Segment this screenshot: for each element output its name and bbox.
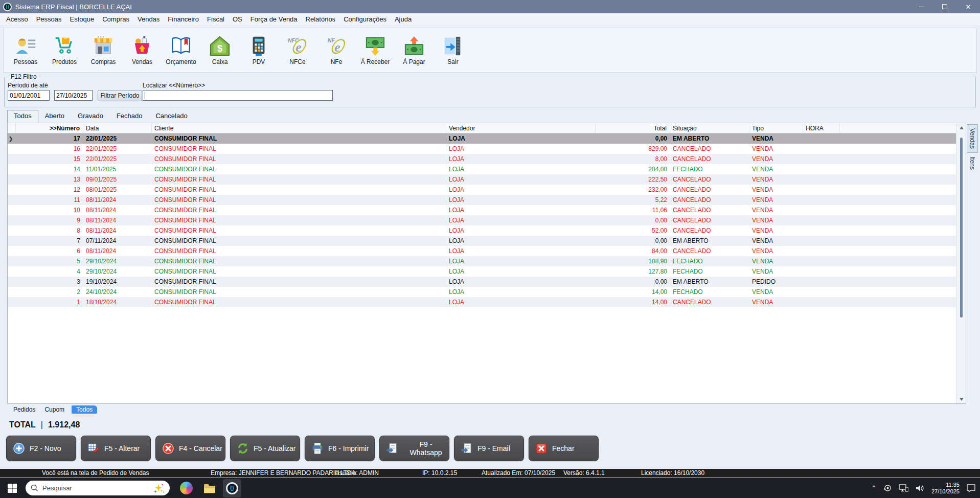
cell-total: 0,00 xyxy=(596,215,670,225)
search-number-input[interactable] xyxy=(143,90,333,101)
table-row[interactable]: 15 22/01/2025 CONSUMIDOR FINAL LOJA 8,00… xyxy=(8,154,966,164)
side-tab-vendas[interactable]: Vendas xyxy=(967,124,978,153)
date-to-input[interactable] xyxy=(54,90,93,101)
table-row[interactable]: 2 24/10/2024 CONSUMIDOR FINAL LOJA 14,00… xyxy=(8,287,966,297)
whatsapp-button[interactable]: F9 - Whatsapp xyxy=(379,436,449,461)
grid-header-tipo[interactable]: Tipo xyxy=(749,123,803,133)
menu-item-força-de-venda[interactable]: Força de Venda xyxy=(246,13,302,26)
status-tab-gravado[interactable]: Gravado xyxy=(71,110,110,123)
book-icon xyxy=(170,35,192,57)
toolbar-nfce[interactable]: NFC e NFCe xyxy=(281,35,314,65)
taskbar-explorer-button[interactable] xyxy=(202,481,217,495)
cancelar-button[interactable]: F4 - Cancelar xyxy=(155,436,225,461)
grid-header-data[interactable]: Data xyxy=(83,123,152,133)
imprimir-button[interactable]: F6 - Imprimir xyxy=(305,436,375,461)
toolbar-pdv[interactable]: PDV xyxy=(242,35,276,65)
menu-item-pessoas[interactable]: Pessoas xyxy=(32,13,66,26)
toolbar-a-receber[interactable]: Á Receber xyxy=(358,35,392,65)
toolbar-caixa[interactable]: $ Caixa xyxy=(203,35,237,65)
grid-header-hora[interactable]: HORA xyxy=(803,123,840,133)
row-indicator xyxy=(8,297,16,307)
taskbar-copilot-button[interactable] xyxy=(179,481,193,495)
fechar-button[interactable]: Fechar xyxy=(529,436,599,461)
toolbar-a-pagar[interactable]: Á Pagar xyxy=(397,35,431,65)
table-row[interactable]: 8 08/11/2024 CONSUMIDOR FINAL LOJA 52,00… xyxy=(8,225,966,236)
grid-header-numero[interactable]: >>Número xyxy=(16,123,83,133)
menu-item-relatórios[interactable]: Relatórios xyxy=(302,13,340,26)
menu-item-fiscal[interactable]: Fiscal xyxy=(203,13,229,26)
table-row[interactable]: 11 08/11/2024 CONSUMIDOR FINAL LOJA 5,22… xyxy=(8,195,966,205)
table-row[interactable]: 14 11/01/2025 CONSUMIDOR FINAL LOJA 204,… xyxy=(8,164,966,174)
table-row[interactable]: 16 22/01/2025 CONSUMIDOR FINAL LOJA 829,… xyxy=(8,144,966,154)
table-row[interactable]: ❯ 17 22/01/2025 CONSUMIDOR FINAL LOJA 0,… xyxy=(8,133,966,144)
grid-header-total[interactable]: Total xyxy=(596,123,670,133)
scroll-down-arrow[interactable] xyxy=(956,395,966,403)
menu-item-acesso[interactable]: Acesso xyxy=(2,13,32,26)
bottom-tab-pedidos[interactable]: Pedidos xyxy=(11,405,37,414)
scrollbar-thumb[interactable] xyxy=(960,138,963,318)
table-row[interactable]: 6 08/11/2024 CONSUMIDOR FINAL LOJA 84,00… xyxy=(8,246,966,256)
bottom-tab-todos[interactable]: Todos xyxy=(72,405,97,414)
scroll-up-arrow[interactable] xyxy=(956,123,966,132)
toolbar-compras[interactable]: Compras xyxy=(86,35,120,65)
tray-notifications-icon[interactable] xyxy=(966,484,976,493)
toolbar-nfe[interactable]: NF e NFe xyxy=(320,35,353,65)
grid-header-situacao[interactable]: Situação xyxy=(670,123,749,133)
table-row[interactable]: 3 19/10/2024 CONSUMIDOR FINAL LOJA 0,00 … xyxy=(8,277,966,287)
cell-data: 22/01/2025 xyxy=(83,154,152,164)
table-row[interactable]: 5 29/10/2024 CONSUMIDOR FINAL LOJA 108,9… xyxy=(8,256,966,266)
menu-item-estoque[interactable]: Estoque xyxy=(66,13,99,26)
side-tab-itens[interactable]: Itens xyxy=(967,153,977,173)
cart-icon xyxy=(54,35,75,57)
tray-record-icon[interactable] xyxy=(883,484,892,492)
status-tab-fechado[interactable]: Fechado xyxy=(110,110,149,123)
toolbar-produtos[interactable]: Produtos xyxy=(48,35,81,65)
bottom-tab-cupom[interactable]: Cupom xyxy=(42,405,66,414)
menu-item-os[interactable]: OS xyxy=(229,13,246,26)
table-row[interactable]: 12 08/01/2025 CONSUMIDOR FINAL LOJA 232,… xyxy=(8,185,966,195)
screen: {} Sistema ERP Fiscal | BORCELLE AÇAI ✕ … xyxy=(0,0,980,498)
tray-clock[interactable]: 11:35 27/10/2025 xyxy=(931,482,960,495)
novo-button[interactable]: F2 - Novo xyxy=(6,436,76,461)
table-row[interactable]: 9 08/11/2024 CONSUMIDOR FINAL LOJA 0,00 … xyxy=(8,215,966,225)
cell-tipo: VENDA xyxy=(749,195,803,205)
tray-overflow-chevron-icon[interactable]: ⌃ xyxy=(871,484,877,492)
toolbar-orcamento[interactable]: Orçamento xyxy=(164,35,198,65)
alterar-button[interactable]: F5 - Alterar xyxy=(81,436,151,461)
status-ip: IP: 10.0.2.15 xyxy=(422,469,457,477)
minimize-button[interactable] xyxy=(909,0,933,13)
toolbar-vendas[interactable]: Vendas xyxy=(125,35,159,65)
menu-item-configurações[interactable]: Configurações xyxy=(339,13,391,26)
table-row[interactable]: 13 09/01/2025 CONSUMIDOR FINAL LOJA 222,… xyxy=(8,174,966,185)
tray-volume-icon[interactable] xyxy=(915,484,925,492)
menu-item-vendas[interactable]: Vendas xyxy=(133,13,164,26)
grid-vertical-scrollbar[interactable] xyxy=(956,123,966,403)
table-row[interactable]: 7 07/11/2024 CONSUMIDOR FINAL LOJA 0,00 … xyxy=(8,236,966,246)
cash-house-icon: $ xyxy=(209,35,231,57)
taskbar-search-box[interactable]: Pesquisar xyxy=(26,481,170,495)
email-button[interactable]: F9 - Email xyxy=(454,436,524,461)
menu-item-financeiro[interactable]: Financeiro xyxy=(164,13,203,26)
grid-header-indicator xyxy=(8,123,16,133)
close-button[interactable]: ✕ xyxy=(956,0,980,13)
toolbar-sair[interactable]: Sair xyxy=(436,35,470,65)
toolbar-pessoas[interactable]: Pessoas xyxy=(9,35,42,65)
grid-header-cliente[interactable]: Cliente xyxy=(152,123,446,133)
menu-item-ajuda[interactable]: Ajuda xyxy=(391,13,416,26)
status-tab-aberto[interactable]: Aberto xyxy=(38,110,71,123)
status-tab-todos[interactable]: Todos xyxy=(7,110,38,123)
filter-period-button[interactable]: Filtrar Período xyxy=(98,90,142,101)
date-from-input[interactable] xyxy=(8,90,50,101)
taskbar-erp-app-button[interactable]: {} xyxy=(223,479,241,497)
grid-header-vendedor[interactable]: Vendedor xyxy=(446,123,596,133)
table-row[interactable]: 4 29/10/2024 CONSUMIDOR FINAL LOJA 127,8… xyxy=(8,266,966,277)
status-tab-cancelado[interactable]: Cancelado xyxy=(149,110,194,123)
svg-text:$: $ xyxy=(217,43,222,53)
atualizar-button[interactable]: F5 - Atualizar xyxy=(230,436,300,461)
menu-item-compras[interactable]: Compras xyxy=(98,13,133,26)
maximize-button[interactable] xyxy=(933,0,956,13)
table-row[interactable]: 10 08/11/2024 CONSUMIDOR FINAL LOJA 11,0… xyxy=(8,205,966,215)
table-row[interactable]: 1 18/10/2024 CONSUMIDOR FINAL LOJA 14,00… xyxy=(8,297,966,307)
tray-network-icon[interactable] xyxy=(899,484,908,492)
windows-start-button[interactable] xyxy=(7,483,17,493)
